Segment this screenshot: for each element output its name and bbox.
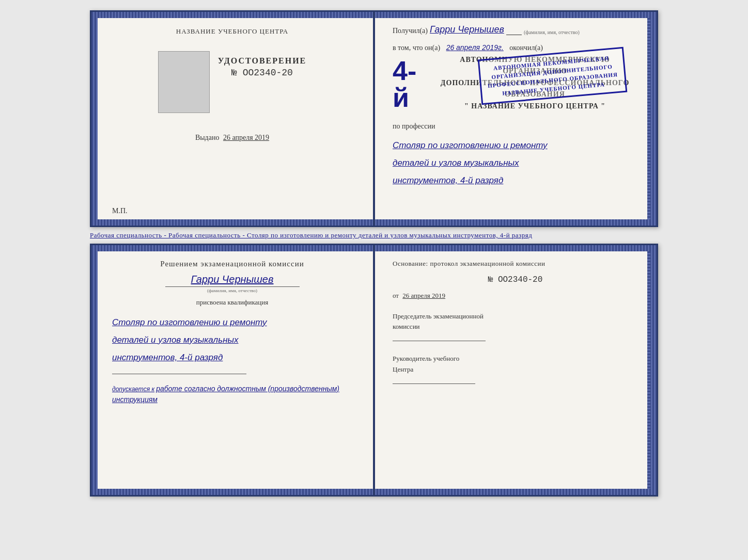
ot-prefix: от (393, 292, 399, 299)
po-professii: по профессии (393, 122, 638, 131)
rukovoditel-line1: Руководитель учебного (393, 354, 638, 364)
document-container: НАЗВАНИЕ УЧЕБНОГО ЦЕНТРА УДОСТОВЕРЕНИЕ №… (10, 10, 738, 497)
qual-profession-line3: инструментов, 4-й разряд (112, 349, 352, 366)
dopuskaetsya: допускается к работе согласно должностны… (112, 383, 352, 405)
okonchil: окончил(а) (509, 44, 543, 52)
org-line3: " НАЗВАНИЕ УЧЕБНОГО ЦЕНТРА " (432, 101, 638, 112)
vtom-prefix: в том, что он(а) (393, 44, 440, 52)
subtitle-value: Рабочая специальность - Столяр по изгото… (168, 231, 532, 239)
profession-line3-diploma: инструментов, 4-й разряд (393, 172, 638, 189)
udostoverenie-block: УДОСТОВЕРЕНИЕ № OO2340-20 (218, 56, 307, 78)
poluchil-line: Получил(а) Гарри Чернышев (фамилия, имя,… (393, 24, 638, 35)
profession-line1-diploma: Столяр по изготовлению и ремонту (393, 137, 638, 154)
udostoverenie-number: № OO2340-20 (218, 68, 307, 78)
qual-number: № OO2340-20 (393, 275, 638, 284)
vtom-date: 26 апреля 2019г. (446, 43, 504, 52)
komissia-title: Решением экзаменационной комиссии (112, 260, 352, 268)
ot-line: от 26 апреля 2019 (393, 292, 638, 300)
prisvoena: присвоена квалификация (112, 298, 352, 307)
qual-right-edge-decoration (647, 245, 657, 495)
big-year: 4-й (393, 57, 426, 111)
photo-placeholder (158, 51, 210, 113)
qual-right-page: Основание: протокол экзаменационной коми… (374, 245, 657, 495)
predsedatel-line2: комиссии (393, 322, 638, 332)
vydano-date: 26 апреля 2019 (223, 134, 269, 141)
diploma-center-title: НАЗВАНИЕ УЧЕБНОГО ЦЕНТРА (176, 27, 288, 36)
mp-line: М.П. (112, 207, 128, 215)
qualification-book: Решением экзаменационной комиссии Гарри … (90, 244, 658, 497)
vydano-label: Выдано (195, 134, 220, 141)
qual-profession-line1: Столяр по изготовлению и ремонту (112, 314, 352, 331)
name-line-qual: Гарри Чернышев (фамилия, имя, отчество) (112, 274, 352, 293)
dopuskaetsya-prefix: допускается к (112, 386, 154, 393)
subtitle-prefix: Рабочая специальность - (90, 231, 168, 239)
subtitle-text: Рабочая специальность - Рабочая специаль… (90, 227, 658, 244)
recipient-name: Гарри Чернышев (430, 24, 504, 35)
diploma-right-page: Получил(а) Гарри Чернышев (фамилия, имя,… (374, 12, 657, 226)
qual-name-sublabel: (фамилия, имя, отчество) (207, 288, 257, 293)
udostoverenie-title: УДОСТОВЕРЕНИЕ (218, 56, 307, 66)
osnovaniye: Основание: протокол экзаменационной коми… (393, 260, 638, 268)
vydano-line: Выдано 26 апреля 2019 (195, 134, 269, 142)
rukovoditel-line2: Центра (393, 364, 638, 375)
qual-left-page: Решением экзаменационной комиссии Гарри … (91, 245, 374, 495)
qual-profession-line2: деталей и узлов музыкальных (112, 331, 352, 349)
profession-block-qual: Столяр по изготовлению и ремонту деталей… (112, 314, 352, 366)
diploma-book: НАЗВАНИЕ УЧЕБНОГО ЦЕНТРА УДОСТОВЕРЕНИЕ №… (90, 10, 658, 227)
qual-name: Гарри Чернышев (191, 274, 274, 285)
predsedatel-block: Председатель экзаменационной комиссии (393, 311, 638, 342)
poluchil-prefix: Получил(а) (393, 27, 428, 35)
rukovoditel-block: Руководитель учебного Центра (393, 354, 638, 384)
profession-block-diploma: Столяр по изготовлению и ремонту деталей… (393, 137, 638, 189)
name-sublabel: (фамилия, имя, отчество) (524, 29, 580, 35)
diploma-left-page: НАЗВАНИЕ УЧЕБНОГО ЦЕНТРА УДОСТОВЕРЕНИЕ №… (91, 12, 374, 226)
ot-date: 26 апреля 2019 (402, 292, 445, 299)
profession-line2-diploma: деталей и узлов музыкальных (393, 154, 638, 172)
predsedatel-line1: Председатель экзаменационной (393, 311, 638, 322)
right-edge-decoration (647, 12, 657, 226)
